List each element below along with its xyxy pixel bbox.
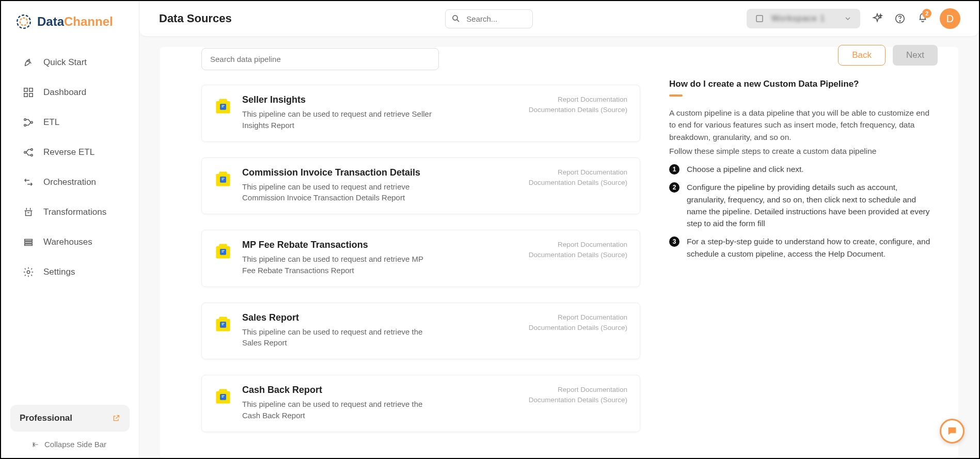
accent-divider	[669, 94, 683, 97]
pipeline-title: MP Fee Rebate Transactions	[242, 240, 518, 250]
pipeline-card[interactable]: Commission Invoice Transaction Details T…	[201, 157, 640, 215]
sidebar-item-label: ETL	[43, 117, 59, 128]
pipeline-search-input[interactable]	[201, 48, 439, 70]
workspace-label: Workspace 1	[771, 14, 825, 23]
svg-point-10	[31, 149, 33, 151]
help-icon[interactable]	[894, 13, 906, 24]
svg-point-33	[953, 430, 954, 431]
dashboard-icon	[23, 87, 34, 98]
sidebar-item-dashboard[interactable]: Dashboard	[7, 78, 133, 106]
sidebar-nav: Quick Start Dashboard ETL Reverse ETL Or…	[1, 39, 139, 405]
svg-point-8	[24, 124, 26, 126]
pipeline-title: Cash Back Report	[242, 385, 518, 395]
pipeline-links: Report Documentation Documentation Detai…	[529, 312, 627, 334]
page-title: Data Sources	[159, 12, 232, 25]
report-documentation-link[interactable]: Report Documentation	[529, 312, 627, 323]
svg-point-12	[24, 151, 26, 153]
sidebar-item-label: Settings	[43, 267, 75, 277]
report-documentation-link[interactable]: Report Documentation	[529, 240, 627, 250]
sidebar-item-label: Dashboard	[43, 87, 86, 98]
report-documentation-link[interactable]: Report Documentation	[529, 94, 627, 105]
documentation-details-link[interactable]: Documentation Details (Source)	[529, 178, 627, 188]
svg-rect-3	[24, 88, 27, 91]
pipeline-card[interactable]: MP Fee Rebate Transactions This pipeline…	[201, 230, 640, 287]
step-number: 3	[669, 236, 679, 247]
svg-point-2	[27, 60, 29, 62]
plan-pill[interactable]: Professional	[10, 405, 130, 432]
step-number: 2	[669, 182, 679, 193]
svg-rect-6	[29, 93, 33, 97]
gear-icon	[23, 266, 34, 278]
sidebar-item-reverse-etl[interactable]: Reverse ETL	[7, 138, 133, 166]
sidebar-item-label: Orchestration	[43, 177, 96, 187]
documentation-details-link[interactable]: Documentation Details (Source)	[529, 395, 627, 405]
chat-fab[interactable]	[940, 419, 965, 444]
sidebar-item-etl[interactable]: ETL	[7, 108, 133, 136]
pipeline-card[interactable]: Cash Back Report This pipeline can be us…	[201, 375, 640, 432]
pipeline-list-column: Seller Insights This pipeline can be use…	[201, 47, 640, 458]
pipeline-card[interactable]: Sales Report This pipeline can be used t…	[201, 303, 640, 360]
help-steps: 1Choose a pipeline and click next.2Confi…	[669, 163, 938, 260]
sidebar-item-settings[interactable]: Settings	[7, 258, 133, 286]
collapse-icon	[32, 441, 39, 448]
avatar[interactable]: D	[940, 8, 960, 29]
sidebar-item-transformations[interactable]: Transformations	[7, 198, 133, 226]
svg-point-31	[950, 430, 951, 431]
documentation-details-link[interactable]: Documentation Details (Source)	[529, 105, 627, 115]
svg-point-20	[899, 21, 900, 21]
reverse-etl-icon	[23, 147, 34, 158]
pipeline-links: Report Documentation Documentation Detai…	[529, 94, 627, 116]
report-documentation-link[interactable]: Report Documentation	[529, 385, 627, 395]
external-link-icon	[112, 414, 120, 422]
back-button[interactable]: Back	[838, 45, 886, 66]
source-icon	[214, 388, 232, 405]
step-number: 1	[669, 164, 679, 175]
documentation-details-link[interactable]: Documentation Details (Source)	[529, 323, 627, 333]
report-documentation-link[interactable]: Report Documentation	[529, 167, 627, 178]
svg-point-16	[27, 271, 30, 274]
source-icon	[214, 170, 232, 188]
notifications-button[interactable]: 2	[917, 12, 928, 25]
step-text: For a step-by-step guide to understand h…	[687, 235, 938, 260]
help-title: How do I create a new Custom Data Pipeli…	[669, 79, 938, 89]
orchestration-icon	[23, 177, 34, 188]
help-step: 2Configure the pipeline by providing det…	[669, 181, 938, 229]
workspace-dropdown[interactable]: Workspace 1	[747, 9, 860, 28]
pipeline-title: Seller Insights	[242, 94, 518, 105]
svg-rect-5	[24, 93, 27, 97]
help-step: 3For a step-by-step guide to understand …	[669, 235, 938, 260]
help-step: 1Choose a pipeline and click next.	[669, 163, 938, 175]
svg-point-17	[453, 15, 457, 20]
collapse-label: Collapse Side Bar	[44, 440, 106, 449]
pipeline-description: This pipeline can be used to request and…	[242, 254, 438, 276]
plan-label: Professional	[20, 413, 72, 423]
sparkle-icon[interactable]	[872, 13, 883, 24]
svg-point-0	[17, 15, 30, 28]
svg-point-1	[20, 18, 27, 25]
sidebar-item-label: Transformations	[43, 207, 106, 217]
notification-badge: 2	[922, 9, 931, 18]
pipeline-card[interactable]: Seller Insights This pipeline can be use…	[201, 85, 640, 142]
svg-point-9	[31, 121, 33, 123]
documentation-details-link[interactable]: Documentation Details (Source)	[529, 250, 627, 260]
collapse-sidebar-button[interactable]: Collapse Side Bar	[10, 432, 130, 452]
svg-rect-15	[25, 244, 33, 246]
rocket-icon	[23, 57, 34, 68]
step-text: Choose a pipeline and click next.	[687, 163, 804, 175]
svg-point-11	[31, 154, 33, 156]
transformations-icon	[23, 207, 34, 218]
etl-icon	[23, 117, 34, 128]
brand-logo[interactable]: DataChannel	[1, 1, 139, 39]
pipeline-links: Report Documentation Documentation Detai…	[529, 240, 627, 261]
sidebar-item-warehouses[interactable]: Warehouses	[7, 228, 133, 256]
svg-rect-18	[756, 15, 763, 22]
sidebar-item-orchestration[interactable]: Orchestration	[7, 168, 133, 196]
svg-point-32	[952, 430, 953, 431]
pipeline-links: Report Documentation Documentation Detai…	[529, 385, 627, 406]
sidebar-item-quick-start[interactable]: Quick Start	[7, 49, 133, 76]
svg-rect-13	[25, 240, 33, 241]
pipeline-title: Commission Invoice Transaction Details	[242, 167, 518, 178]
sidebar: DataChannel Quick Start Dashboard ETL Re…	[1, 1, 139, 458]
search-icon	[451, 14, 461, 23]
next-button[interactable]: Next	[893, 45, 938, 66]
